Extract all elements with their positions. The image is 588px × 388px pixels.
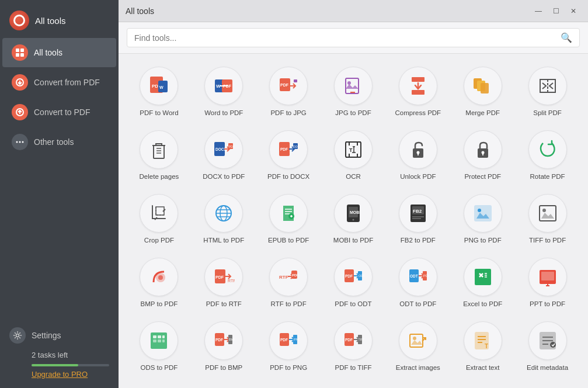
tool-icon-wrapper-unlock-pdf — [399, 130, 437, 169]
tool-icon-wrapper-merge-pdf — [464, 67, 502, 105]
tool-epub-to-pdf[interactable]: EPUB to PDF — [258, 189, 320, 248]
tool-label-compress-pdf: Compress PDF — [395, 109, 441, 117]
tool-label-tiff-to-pdf: TIFF to PDF — [529, 236, 566, 245]
tool-label-pdf-to-jpg: PDF to JPG — [270, 109, 306, 117]
tool-ppt-to-pdf[interactable]: PPT to PDF — [516, 253, 579, 312]
sidebar-item-convert-from-pdf-label: Convert from PDF — [34, 78, 100, 87]
tool-icon-wrapper-html-to-pdf — [204, 194, 243, 233]
tool-pdf-to-tiff[interactable]: PDFTIFFPDF to TIFF — [322, 317, 385, 376]
tool-pdf-to-bmp[interactable]: PDFBMPPDF to BMP — [193, 317, 255, 376]
tool-compress-pdf[interactable]: Compress PDF — [387, 62, 449, 121]
tool-rotate-pdf[interactable]: Rotate PDF — [516, 126, 579, 185]
tasks-progress-bar-bg — [32, 364, 109, 366]
svg-point-97 — [413, 337, 416, 340]
svg-text:PDF: PDF — [345, 338, 353, 342]
tool-icon-wrapper-ods-to-pdf — [140, 321, 178, 360]
svg-rect-56 — [540, 206, 556, 221]
tool-extract-images[interactable]: Extract images — [387, 317, 449, 376]
tool-crop-pdf[interactable]: Crop PDF — [128, 189, 190, 248]
tool-label-split-pdf: Split PDF — [533, 109, 562, 117]
svg-point-42 — [481, 151, 484, 154]
svg-text:ODT: ODT — [410, 274, 418, 278]
tool-ocr[interactable]: TOCR — [322, 126, 385, 185]
tool-protect-pdf[interactable]: Protect PDF — [451, 126, 514, 185]
convert-from-pdf-icon — [12, 74, 28, 91]
tool-mobi-to-pdf[interactable]: MOBIMOBI to PDF — [322, 189, 385, 248]
svg-rect-28 — [154, 146, 164, 158]
tool-icon-wrapper-pdf-to-png: PDFPNG — [269, 321, 308, 360]
tool-icon-wrapper-ocr: T — [334, 130, 373, 169]
titlebar-title: All tools — [126, 6, 154, 16]
search-icon: 🔍 — [561, 32, 572, 43]
svg-rect-23 — [412, 77, 425, 82]
tool-label-pdf-to-rtf: PDF to RTF — [206, 300, 242, 309]
svg-point-55 — [478, 209, 481, 212]
svg-text:PDF: PDF — [345, 274, 353, 278]
tool-label-unlock-pdf: Unlock PDF — [400, 172, 436, 181]
svg-rect-81 — [153, 340, 156, 342]
sidebar-item-convert-to-pdf[interactable]: Convert to PDF — [2, 98, 116, 127]
tool-rtf-to-pdf[interactable]: RTFPDFRTF to PDF — [258, 253, 320, 312]
sidebar-item-convert-from-pdf[interactable]: Convert from PDF — [2, 68, 116, 97]
tool-icon-wrapper-png-to-pdf — [464, 194, 502, 233]
tool-split-pdf[interactable]: Split PDF — [516, 62, 579, 121]
tool-excel-to-pdf[interactable]: Excel to PDF — [451, 253, 514, 312]
tool-odt-to-pdf[interactable]: ODTPDFODT to PDF — [387, 253, 449, 312]
tool-tiff-to-pdf[interactable]: TIFF to PDF — [516, 189, 579, 248]
tool-label-ppt-to-pdf: PPT to PDF — [530, 300, 565, 309]
tool-icon-wrapper-word-to-pdf: WPDF — [204, 67, 243, 105]
tool-extract-text[interactable]: TExtract text — [451, 317, 514, 376]
tool-ods-to-pdf[interactable]: ODS to PDF — [128, 317, 190, 376]
maximize-button[interactable]: ☐ — [548, 5, 563, 18]
tool-bmp-to-pdf[interactable]: BMP to PDF — [128, 253, 190, 312]
tool-pdf-to-rtf[interactable]: PDFRTFPDF to RTF — [193, 253, 255, 312]
tool-label-ocr: OCR — [346, 172, 361, 181]
svg-point-7 — [19, 141, 21, 143]
svg-rect-2 — [16, 53, 19, 57]
tool-unlock-pdf[interactable]: Unlock PDF — [387, 126, 449, 185]
svg-point-9 — [16, 334, 19, 337]
tool-pdf-to-odt[interactable]: PDFODTPDF to ODT — [322, 253, 385, 312]
tool-word-to-pdf[interactable]: WPDFWord to PDF — [193, 62, 255, 121]
tool-pdf-to-docx[interactable]: PDFDOCXPDF to DOCX — [258, 126, 320, 185]
svg-text:PNG: PNG — [294, 338, 300, 341]
tool-png-to-pdf[interactable]: PNG to PDF — [451, 189, 514, 248]
tool-edit-metadata[interactable]: Edit metadata — [516, 317, 579, 376]
tool-label-extract-text: Extract text — [466, 363, 500, 372]
tool-icon-wrapper-epub-to-pdf — [269, 194, 308, 233]
tool-icon-wrapper-fb2-to-pdf: FB2 — [399, 194, 437, 233]
tool-label-delete-pages: Delete pages — [140, 172, 179, 181]
tool-label-bmp-to-pdf: BMP to PDF — [141, 300, 178, 309]
tool-docx-to-pdf[interactable]: DOCXPDFDOCX to PDF — [193, 126, 255, 185]
minimize-button[interactable]: — — [531, 5, 546, 18]
svg-rect-24 — [412, 90, 425, 95]
upgrade-link[interactable]: Upgrade to PRO — [9, 369, 109, 379]
tool-delete-pages[interactable]: Delete pages — [128, 126, 190, 185]
svg-text:PDF: PDF — [280, 147, 288, 151]
tool-html-to-pdf[interactable]: HTML to PDF — [193, 189, 255, 248]
tool-pdf-to-png[interactable]: PDFPNGPDF to PNG — [258, 317, 320, 376]
settings-item[interactable]: Settings — [9, 323, 109, 348]
svg-text:PDF: PDF — [280, 338, 288, 342]
tool-merge-pdf[interactable]: Merge PDF — [451, 62, 514, 121]
sidebar-item-all-tools-label: All tools — [34, 48, 62, 57]
sidebar: All tools All tools Convert from PDF — [0, 0, 119, 388]
tool-label-pdf-to-bmp: PDF to BMP — [205, 363, 242, 372]
tool-pdf-to-jpg[interactable]: PDFPDF to JPG — [258, 62, 320, 121]
tool-fb2-to-pdf[interactable]: FB2FB2 to PDF — [387, 189, 449, 248]
close-button[interactable]: ✕ — [566, 5, 581, 18]
tool-icon-wrapper-delete-pages — [140, 130, 178, 169]
tool-label-epub-to-pdf: EPUB to PDF — [268, 236, 309, 245]
tool-icon-wrapper-rotate-pdf — [528, 130, 567, 169]
sidebar-bottom: Settings 2 tasks left Upgrade to PRO — [0, 316, 119, 388]
tool-pdf-to-word[interactable]: PDFWPDF to Word — [128, 62, 190, 121]
tool-jpg-to-pdf[interactable]: JPG to PDF — [322, 62, 385, 121]
tool-icon-wrapper-mobi-to-pdf: MOBI — [334, 194, 373, 233]
tool-label-pdf-to-tiff: PDF to TIFF — [335, 363, 371, 372]
search-input[interactable] — [134, 33, 561, 43]
sidebar-item-all-tools[interactable]: All tools — [2, 38, 116, 67]
svg-text:ODT: ODT — [359, 274, 364, 278]
sidebar-item-other-tools[interactable]: Other tools — [2, 127, 116, 157]
svg-rect-27 — [481, 83, 489, 93]
svg-text:BMP: BMP — [229, 338, 235, 341]
